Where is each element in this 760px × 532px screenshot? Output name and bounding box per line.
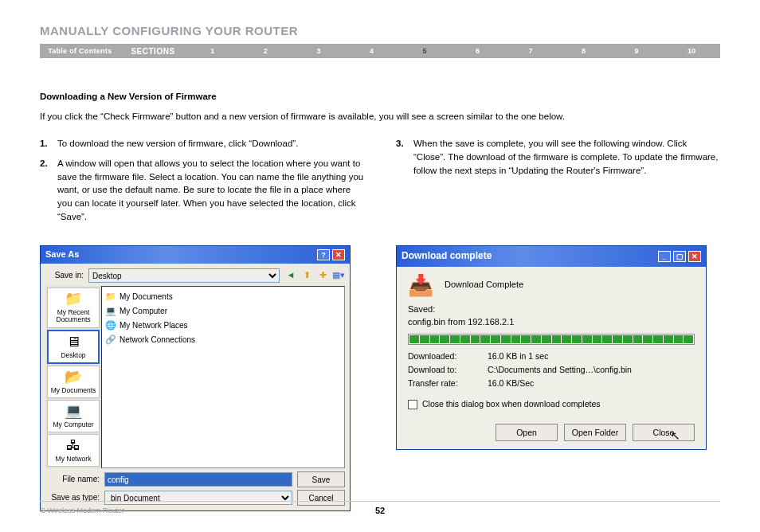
section-4[interactable]: 4 <box>365 47 378 55</box>
list-item[interactable]: 🔗Network Connections <box>105 333 341 347</box>
file-list[interactable]: 📁My Documents 💻My Computer 🌐My Network P… <box>101 286 345 468</box>
sidebar-recent[interactable]: 📁My Recent Documents <box>47 288 100 327</box>
save-as-dialog: Save As ? ✕ Save in: Desktop <box>40 245 351 511</box>
up-icon[interactable]: ⬆ <box>300 269 313 282</box>
downloadto-value: C:\Documents and Setting…\config.bin <box>488 364 632 376</box>
close-checkbox[interactable] <box>408 400 417 409</box>
downloadto-label: Download to: <box>408 364 488 376</box>
rate-value: 16.0 KB/Sec <box>488 377 534 389</box>
section-1[interactable]: 1 <box>206 47 219 55</box>
sidebar-documents[interactable]: 📂My Documents <box>47 366 100 398</box>
page-title: MANUALLY CONFIGURING YOUR ROUTER <box>40 24 720 37</box>
open-folder-button[interactable]: Open Folder <box>564 424 626 441</box>
progress-bar <box>408 334 695 345</box>
close-icon[interactable]: ✕ <box>688 251 701 262</box>
list-item[interactable]: 💻My Computer <box>105 304 341 319</box>
maximize-icon[interactable]: ▢ <box>673 251 686 262</box>
sidebar-computer[interactable]: 💻My Computer <box>47 400 100 432</box>
download-icon: 📥 <box>408 275 433 295</box>
saved-value: config.bin from 192.168.2.1 <box>408 316 695 329</box>
section-9[interactable]: 9 <box>630 47 644 55</box>
section-3[interactable]: 3 <box>311 47 325 55</box>
rate-label: Transfer rate: <box>408 377 488 389</box>
step-1: 1. To download the new version of firmwa… <box>40 137 364 151</box>
section-nav: Table of Contents SECTIONS 1 2 3 4 5 6 7… <box>40 44 720 58</box>
downloaded-value: 16.0 KB in 1 sec <box>488 350 548 362</box>
section-8[interactable]: 8 <box>577 47 590 55</box>
toc-link[interactable]: Table of Contents <box>40 47 119 55</box>
section-10[interactable]: 10 <box>683 47 700 55</box>
sidebar-network[interactable]: 🖧My Network <box>47 434 100 467</box>
download-complete-dialog: Download complete _ ▢ ✕ 📥 Download Compl… <box>396 245 707 449</box>
dc-heading: Download Complete <box>445 279 523 291</box>
step-2: 2. A window will open that allows you to… <box>40 157 364 223</box>
dc-title: Download complete <box>402 249 492 263</box>
back-icon[interactable]: ◄ <box>284 269 297 282</box>
section-2[interactable]: 2 <box>259 47 272 55</box>
step-3: 3. When the save is complete, you will s… <box>396 137 720 177</box>
list-item[interactable]: 📁My Documents <box>105 290 341 304</box>
new-folder-icon[interactable]: ✚ <box>316 269 329 282</box>
close-checkbox-label: Close this dialog box when download comp… <box>422 398 601 410</box>
page-number: 52 <box>375 506 385 515</box>
page-footer: G Wireless Modem Router 52 <box>40 501 720 514</box>
downloaded-label: Downloaded: <box>408 350 488 362</box>
close-button[interactable]: Close <box>633 424 695 441</box>
savein-select[interactable]: Desktop <box>88 268 280 283</box>
saved-label: Saved: <box>408 303 695 316</box>
list-item[interactable]: 🌐My Network Places <box>105 319 341 333</box>
sidebar-desktop[interactable]: 🖥Desktop <box>47 330 100 364</box>
section-title: Downloading a New Version of Firmware <box>40 90 720 104</box>
view-icon[interactable]: ▦▾ <box>332 269 345 282</box>
section-5-active[interactable]: 5 <box>417 47 431 55</box>
section-7[interactable]: 7 <box>524 47 538 55</box>
minimize-icon[interactable]: _ <box>658 251 671 262</box>
save-dialog-title: Save As <box>45 248 79 261</box>
intro-text: If you click the “Check Firmware” button… <box>40 110 720 123</box>
section-6[interactable]: 6 <box>471 47 484 55</box>
savein-label: Save in: <box>45 270 84 282</box>
help-icon[interactable]: ? <box>317 249 330 260</box>
close-icon[interactable]: ✕ <box>332 249 345 260</box>
product-name: G Wireless Modem Router <box>40 507 124 514</box>
filename-input[interactable] <box>104 472 292 487</box>
sections-label: SECTIONS <box>119 47 186 56</box>
save-button[interactable]: Save <box>297 471 345 487</box>
filename-label: File name: <box>45 474 100 486</box>
open-button[interactable]: Open <box>496 424 558 441</box>
